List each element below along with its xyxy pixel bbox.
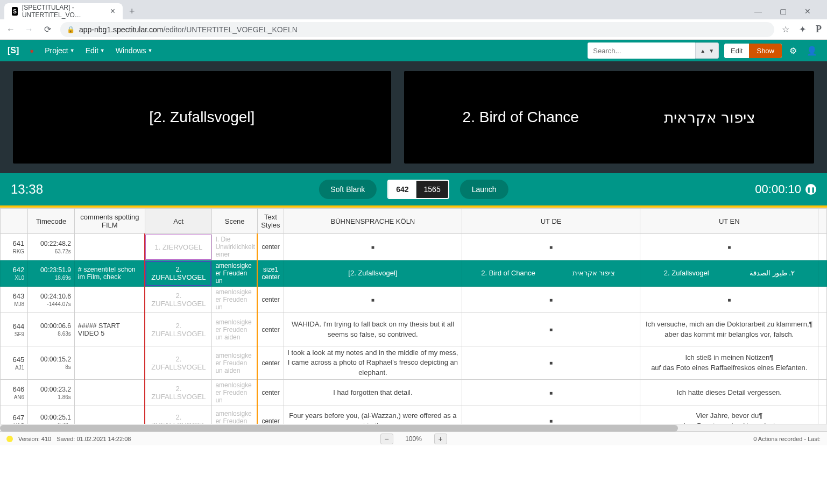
- cell-lang2[interactable]: ■: [462, 346, 640, 380]
- cell-lang2[interactable]: 2. Bird of Chanceציפור אקראית: [462, 260, 640, 287]
- search-nav-buttons[interactable]: ▲ ▼: [695, 42, 719, 59]
- cell-lang3[interactable]: Ich versuche, mich an die Doktorarbeit z…: [640, 313, 818, 346]
- cell-scene[interactable]: I. Die Unwirklichkeit einer: [212, 234, 257, 260]
- cell-lang1[interactable]: [2. Zufallsvogel]: [284, 260, 462, 287]
- cell-lang1[interactable]: ■: [284, 287, 462, 313]
- cell-lang3[interactable]: ■: [640, 287, 818, 313]
- col-lang1[interactable]: BÜHNENSPRACHE KÖLN: [284, 209, 462, 234]
- cell-lang1[interactable]: I had forgotten that detail.: [284, 380, 462, 406]
- cell-lang1[interactable]: WAHIDA. I'm trying to fall back on my th…: [284, 313, 462, 346]
- zoom-out-button[interactable]: −: [380, 434, 393, 444]
- menu-edit[interactable]: Edit▼: [86, 46, 105, 55]
- app-logo[interactable]: [S]: [8, 46, 19, 55]
- forward-button[interactable]: →: [24, 25, 34, 34]
- cell-comments[interactable]: ##### START VIDEO 5: [74, 313, 145, 346]
- table-row[interactable]: 643MJ800:24:10.6-1444.07s2. ZUFALLSVOGEL…: [1, 287, 827, 313]
- subtitle-table-wrap[interactable]: Timecode comments spotting FILM Act Scen…: [0, 208, 827, 424]
- cell-lang1[interactable]: I took a look at my notes and in the mid…: [284, 346, 462, 380]
- cell-lang2[interactable]: ■: [462, 234, 640, 260]
- menu-windows[interactable]: Windows▼: [116, 46, 153, 55]
- cell-act[interactable]: 2. ZUFALLSVOGEL: [145, 287, 211, 313]
- table-row[interactable]: 642XL000:23:51.918.69s# szenentitel scho…: [1, 260, 827, 287]
- cell-scene[interactable]: amenlosigke er Freuden un aiden: [212, 346, 257, 380]
- cell-styles[interactable]: center: [257, 234, 284, 260]
- cell-styles[interactable]: center: [257, 287, 284, 313]
- cell-lang2[interactable]: ■: [462, 313, 640, 346]
- show-button[interactable]: Show: [749, 44, 782, 58]
- url-input[interactable]: 🔒 app-nbg1.spectitular.com/editor/UNTERT…: [60, 22, 774, 37]
- table-row[interactable]: 646AN600:00:23.21.86s2. ZUFALLSVOGELamen…: [1, 380, 827, 406]
- star-icon[interactable]: ☆: [782, 24, 789, 34]
- gear-icon[interactable]: ⚙: [789, 46, 797, 56]
- menu-project[interactable]: Project▼: [45, 46, 75, 55]
- cell-lang1[interactable]: ■: [284, 234, 462, 260]
- cell-lang3[interactable]: ■: [640, 234, 818, 260]
- zoom-in-button[interactable]: +: [434, 434, 447, 444]
- cell-comments[interactable]: [74, 406, 145, 424]
- cell-styles[interactable]: center: [257, 380, 284, 406]
- cell-lang3[interactable]: Ich stieß in meinen Notizen¶auf das Foto…: [640, 346, 818, 380]
- cell-act[interactable]: 2. ZUFALLSVOGEL: [145, 260, 211, 287]
- cell-act[interactable]: 2. ZUFALLSVOGEL: [145, 406, 211, 424]
- minimize-icon[interactable]: —: [751, 7, 766, 16]
- cell-styles[interactable]: center: [257, 346, 284, 380]
- cell-comments[interactable]: # szenentitel schon im Film, check: [74, 260, 145, 287]
- cell-lang3[interactable]: 2. Zufallsvogel٢. طيور الصدفة: [640, 260, 818, 287]
- cell-styles[interactable]: center: [257, 313, 284, 346]
- col-timecode[interactable]: Timecode: [28, 209, 75, 234]
- cell-act[interactable]: 2. ZUFALLSVOGEL: [145, 313, 211, 346]
- scrollbar-thumb[interactable]: [0, 425, 678, 431]
- cell-act[interactable]: 2. ZUFALLSVOGEL: [145, 380, 211, 406]
- cell-extra: [818, 346, 827, 380]
- col-extra[interactable]: [818, 209, 827, 234]
- cell-lang3[interactable]: Vier Jahre, bevor du¶dem Papst geschenkt…: [640, 406, 818, 424]
- close-icon[interactable]: ×: [110, 6, 115, 16]
- col-scene[interactable]: Scene: [212, 209, 257, 234]
- cell-comments[interactable]: [74, 346, 145, 380]
- cell-act[interactable]: 2. ZUFALLSVOGEL: [145, 346, 211, 380]
- col-act[interactable]: Act: [145, 209, 211, 234]
- extension-icon[interactable]: ✦: [799, 24, 806, 34]
- back-button[interactable]: ←: [5, 25, 16, 34]
- col-lang3[interactable]: UT EN: [640, 209, 818, 234]
- user-icon[interactable]: 👤: [807, 46, 817, 56]
- reload-button[interactable]: ⟳: [42, 24, 53, 34]
- table-row[interactable]: 645AJ100:00:15.28s2. ZUFALLSVOGELamenlos…: [1, 346, 827, 380]
- chevron-down-icon: ▼: [709, 48, 714, 54]
- alert-icon[interactable]: ●: [30, 47, 34, 55]
- cell-comments[interactable]: [74, 380, 145, 406]
- table-row[interactable]: 641RKG00:22:48.263.72s1. ZIERVOGELI. Die…: [1, 234, 827, 260]
- col-comments[interactable]: comments spotting FILM: [74, 209, 145, 234]
- col-rownum[interactable]: [1, 209, 28, 234]
- cell-lang2[interactable]: ■: [462, 406, 640, 424]
- cell-lang3[interactable]: Ich hatte dieses Detail vergessen.: [640, 380, 818, 406]
- cell-lang2[interactable]: ■: [462, 287, 640, 313]
- cell-styles[interactable]: size1 center: [257, 260, 284, 287]
- table-row[interactable]: 644SF900:00:06.68.63s##### START VIDEO 5…: [1, 313, 827, 346]
- close-window-icon[interactable]: ✕: [800, 7, 815, 16]
- horizontal-scrollbar[interactable]: [0, 424, 827, 431]
- cell-comments[interactable]: [74, 287, 145, 313]
- col-lang2[interactable]: UT DE: [462, 209, 640, 234]
- cell-act[interactable]: 1. ZIERVOGEL: [145, 234, 211, 260]
- cell-scene[interactable]: amenlosigke er Freuden un: [212, 406, 257, 424]
- cell-scene[interactable]: amenlosigke er Freuden un aiden: [212, 313, 257, 346]
- cell-lang1[interactable]: Four years before you, (al-Wazzan,) were…: [284, 406, 462, 424]
- cell-lang2[interactable]: ■: [462, 380, 640, 406]
- cell-comments[interactable]: [74, 234, 145, 260]
- cell-styles[interactable]: center: [257, 406, 284, 424]
- browser-tab[interactable]: S [SPECTITULAR] - UNTERTITEL_VO… ×: [4, 3, 123, 19]
- table-row[interactable]: 647U1C00:00:25.13.76s2. ZUFALLSVOGELamen…: [1, 406, 827, 424]
- maximize-icon[interactable]: ▢: [775, 7, 790, 16]
- new-tab-button[interactable]: +: [125, 6, 139, 17]
- col-styles[interactable]: Text Styles: [257, 209, 284, 234]
- launch-button[interactable]: Launch: [460, 180, 508, 199]
- pause-icon[interactable]: ❚❚: [805, 184, 816, 195]
- cell-scene[interactable]: amenlosigke er Freuden un: [212, 287, 257, 313]
- soft-blank-button[interactable]: Soft Blank: [319, 180, 377, 199]
- cell-scene[interactable]: amenlosigke er Freuden un: [212, 260, 257, 287]
- cell-scene[interactable]: amenlosigke er Freuden un: [212, 380, 257, 406]
- profile-p-icon[interactable]: P: [816, 24, 822, 35]
- edit-button[interactable]: Edit: [724, 44, 749, 58]
- search-input[interactable]: [588, 42, 695, 59]
